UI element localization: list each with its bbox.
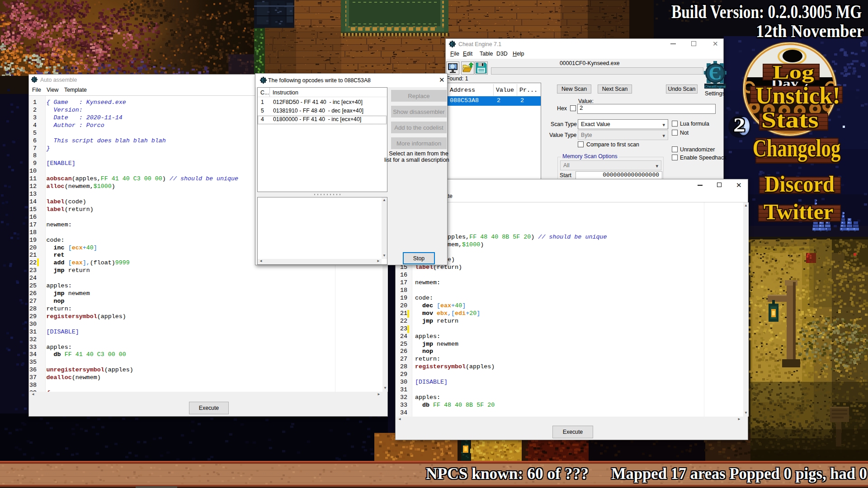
svg-text:Є: Є [33, 77, 36, 82]
svg-text:CheatEngine: CheatEngine [705, 84, 726, 89]
svg-text:Є: Є [451, 42, 454, 47]
svg-text:Є: Є [709, 63, 722, 84]
svg-text:Є: Є [262, 78, 265, 83]
